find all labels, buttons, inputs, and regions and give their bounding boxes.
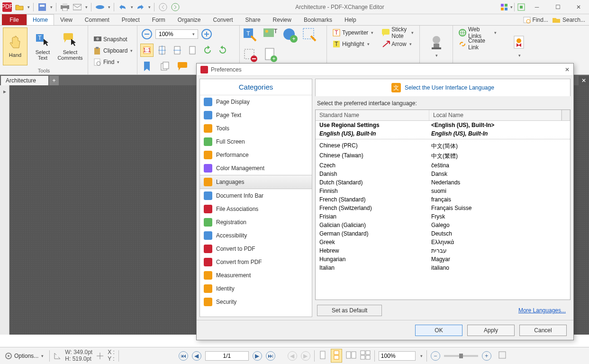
menu-tab-bookmarks[interactable]: Bookmarks xyxy=(298,14,338,25)
arrow-button[interactable]: Arrow▾ xyxy=(379,39,417,49)
category-item[interactable]: Registration xyxy=(200,216,312,229)
menu-tab-review[interactable]: Review xyxy=(267,14,298,25)
rotate-cw-button[interactable] xyxy=(216,44,229,57)
column-header-local[interactable]: Local Name xyxy=(429,110,562,120)
select-text-button[interactable]: T Select Text xyxy=(30,27,55,65)
fit-width-button[interactable] xyxy=(171,44,184,57)
two-page-view-button[interactable] xyxy=(346,351,356,361)
language-row[interactable]: French (Standard)français xyxy=(316,195,570,204)
edit-text-icon[interactable]: T xyxy=(243,27,260,45)
language-row[interactable]: HungarianMagyar xyxy=(316,255,570,264)
prev-page-button[interactable]: ◀ xyxy=(192,351,201,361)
language-row[interactable]: Italianitaliano xyxy=(316,264,570,272)
menu-tab-help[interactable]: Help xyxy=(338,14,362,25)
quick-find-button[interactable]: Find... xyxy=(523,16,548,24)
cancel-button[interactable]: Cancel xyxy=(519,325,567,336)
menu-tab-view[interactable]: View xyxy=(54,14,79,25)
redo-icon[interactable] xyxy=(135,2,145,12)
ok-button[interactable]: OK xyxy=(415,325,462,336)
two-page-continuous-button[interactable] xyxy=(360,350,371,361)
file-tab[interactable]: File xyxy=(2,14,27,25)
menu-tab-home[interactable]: Home xyxy=(27,14,54,25)
zoom-slider[interactable] xyxy=(444,355,478,357)
add-page-icon[interactable]: + xyxy=(263,47,280,64)
menu-tab-form[interactable]: Form xyxy=(146,14,172,25)
single-page-view-button[interactable] xyxy=(318,350,327,361)
language-row[interactable]: DanishDansk xyxy=(316,170,570,178)
column-header-standard[interactable]: Standard Name xyxy=(316,110,429,120)
language-list[interactable]: Use Regional Settings <English (US), Bui… xyxy=(316,121,570,300)
apply-button[interactable]: Apply xyxy=(467,325,515,336)
bookmark-icon[interactable] xyxy=(140,60,154,73)
nav-next-icon[interactable] xyxy=(170,2,181,12)
menu-tab-organize[interactable]: Organize xyxy=(172,14,207,25)
close-button[interactable]: ✕ xyxy=(568,0,589,14)
fullscreen-status-button[interactable] xyxy=(498,351,507,361)
close-tab-button[interactable]: ✕ xyxy=(579,76,589,85)
first-page-button[interactable]: ⏮ xyxy=(179,351,188,361)
page-input[interactable] xyxy=(205,351,249,361)
language-row[interactable]: Hebrewעברית xyxy=(316,246,570,255)
menu-tab-convert[interactable]: Convert xyxy=(207,14,239,25)
dialog-close-button[interactable]: ✕ xyxy=(565,66,570,73)
fit-page-button[interactable] xyxy=(155,44,169,57)
category-item[interactable]: Identity xyxy=(200,282,312,295)
create-link-button[interactable]: Create Link xyxy=(456,39,499,49)
add-object-icon[interactable]: + xyxy=(282,27,299,45)
category-item[interactable]: Security xyxy=(200,295,312,309)
nav-back-button[interactable]: ◀ xyxy=(288,351,297,361)
quick-search-button[interactable]: Search... xyxy=(552,17,585,23)
category-item[interactable]: Full Screen xyxy=(200,135,312,148)
more-languages-link[interactable]: More Languages... xyxy=(518,307,569,314)
maximize-button[interactable]: ☐ xyxy=(547,0,568,14)
language-row[interactable]: FrisianFrysk xyxy=(316,212,570,221)
categories-list[interactable]: Page DisplayPage TextToolsFull ScreenPer… xyxy=(200,95,312,317)
snapshot-button[interactable]: Snapshot xyxy=(91,34,136,45)
print-icon[interactable] xyxy=(60,2,70,12)
menu-tab-protect[interactable]: Protect xyxy=(116,14,146,25)
scan-icon[interactable] xyxy=(95,2,105,12)
sign-button[interactable]: ▾ xyxy=(507,27,531,65)
find-button[interactable]: Find▾ xyxy=(91,57,136,67)
hand-tool-button[interactable]: Hand xyxy=(3,27,27,65)
category-item[interactable]: Document Info Bar xyxy=(200,189,312,202)
minimize-button[interactable]: ─ xyxy=(526,0,547,14)
document-tab[interactable]: Architecture xyxy=(1,76,48,85)
category-item[interactable]: File Associations xyxy=(200,202,312,216)
nav-prev-icon[interactable] xyxy=(158,2,168,12)
category-item[interactable]: Accessibility xyxy=(200,229,312,242)
sticky-note-button[interactable]: Sticky Note▾ xyxy=(379,27,417,38)
last-page-button[interactable]: ⏭ xyxy=(266,351,275,361)
open-icon[interactable] xyxy=(14,2,25,12)
language-row[interactable]: Czechčeština xyxy=(316,161,570,170)
zoom-in-status-button[interactable]: + xyxy=(482,351,491,361)
launch-icon[interactable] xyxy=(516,2,526,12)
category-item[interactable]: Performance xyxy=(200,148,312,162)
next-page-button[interactable]: ▶ xyxy=(253,351,262,361)
fit-visible-button[interactable] xyxy=(186,44,199,57)
category-item[interactable]: Page Display xyxy=(200,95,312,109)
edit-image-icon[interactable]: T xyxy=(263,27,280,45)
rotate-ccw-button[interactable] xyxy=(201,44,214,57)
stamp-button[interactable]: ▾ xyxy=(424,27,449,65)
language-row[interactable]: Galician (Galician)Galego xyxy=(316,221,570,229)
zoom-out-button[interactable] xyxy=(140,27,154,41)
select-comments-button[interactable]: Select Comments xyxy=(58,27,82,65)
continuous-view-button[interactable] xyxy=(331,349,342,363)
category-item[interactable]: Page Text xyxy=(200,109,312,122)
pages-icon[interactable] xyxy=(158,60,172,73)
language-row[interactable]: Chinese (Taiwan)中文(繁體) xyxy=(316,151,570,161)
language-row[interactable]: Dutch (Standard)Nederlands xyxy=(316,178,570,187)
language-row-regional[interactable]: Use Regional Settings <English (US), Bui… xyxy=(316,121,570,129)
clipboard-button[interactable]: Clipboard▾ xyxy=(91,46,136,56)
ui-options-icon[interactable] xyxy=(499,2,509,12)
set-default-button[interactable]: Set as Default xyxy=(317,305,382,316)
email-icon[interactable] xyxy=(72,2,82,12)
language-row[interactable]: Chinese (PRC)中文(简体) xyxy=(316,141,570,151)
actual-size-button[interactable]: 1:1 xyxy=(140,44,154,57)
category-item[interactable]: Convert from PDF xyxy=(200,255,312,269)
zoom-out-status-button[interactable]: − xyxy=(431,351,440,361)
zoom-value-input[interactable] xyxy=(379,351,416,361)
left-pane-toggle[interactable]: ▸ xyxy=(0,85,9,335)
language-row[interactable]: French (Switzerland)Français Suisse xyxy=(316,204,570,212)
